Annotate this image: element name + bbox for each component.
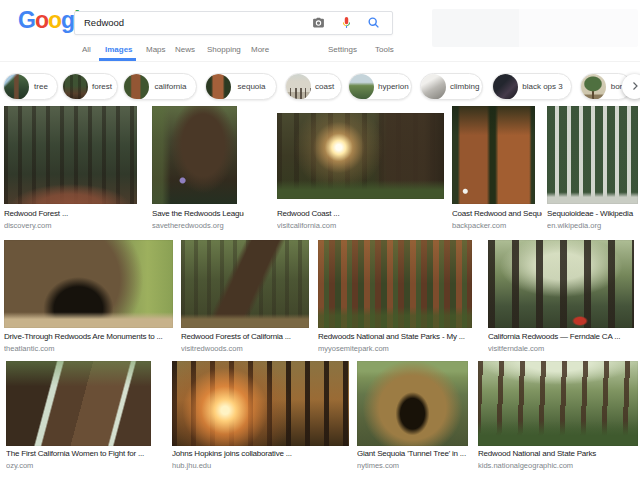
tab-news[interactable]: News: [175, 45, 195, 55]
result-source: visitferndale.com: [488, 344, 638, 353]
chip-thumbnail: [580, 74, 606, 100]
result-source: myyosemitepark.com: [318, 344, 478, 353]
tab-more[interactable]: More: [251, 45, 269, 55]
result-caption: Johns Hopkins joins collaborative ... hu…: [172, 449, 352, 470]
tab-shopping[interactable]: Shopping: [207, 45, 241, 55]
result-source: en.wikipedia.org: [547, 221, 640, 230]
result-source: visitcalifornia.com: [277, 221, 449, 230]
result-caption: Redwood Forests of California ... visitr…: [181, 332, 313, 353]
result-thumbnail[interactable]: [181, 240, 309, 328]
result-title[interactable]: Redwood Forest ...: [4, 209, 144, 219]
result-source: savetheredwoods.org: [152, 221, 244, 230]
chip-thumbnail: [123, 74, 149, 100]
result-caption: The First California Women to Fight for …: [6, 449, 156, 470]
result-source: nytimes.com: [357, 461, 475, 470]
mic-icon[interactable]: [340, 16, 353, 29]
tab-tools[interactable]: Tools: [375, 45, 394, 55]
result-thumbnail[interactable]: [6, 361, 151, 446]
result-source: theatlantic.com: [4, 344, 176, 353]
search-box[interactable]: [74, 11, 393, 35]
chip-thumbnail: [420, 74, 446, 100]
search-icon[interactable]: [367, 16, 380, 29]
related-chip-coast[interactable]: coast: [285, 73, 342, 100]
result-title[interactable]: Redwoods National and State Parks - My .…: [318, 332, 478, 342]
result-title[interactable]: Johns Hopkins joins collaborative ...: [172, 449, 352, 459]
camera-icon[interactable]: [312, 16, 325, 29]
result-source: ozy.com: [6, 461, 156, 470]
related-chip-forest[interactable]: forest: [62, 73, 118, 100]
result-title[interactable]: The First California Women to Fight for …: [6, 449, 156, 459]
chips-scroll-right-button[interactable]: [622, 74, 640, 99]
result-thumbnail[interactable]: [152, 106, 237, 204]
result-thumbnail[interactable]: [4, 240, 173, 328]
tab-images[interactable]: Images: [105, 45, 133, 55]
result-thumbnail[interactable]: [488, 240, 634, 328]
result-caption: Drive-Through Redwoods Are Monuments to …: [4, 332, 176, 353]
top-right-panel: [432, 9, 638, 47]
result-thumbnail[interactable]: [478, 361, 638, 446]
result-title[interactable]: California Redwoods — Ferndale CA ...: [488, 332, 638, 342]
chip-thumbnail: [3, 74, 29, 100]
result-thumbnail[interactable]: [172, 361, 349, 446]
result-caption: California Redwoods — Ferndale CA ... vi…: [488, 332, 638, 353]
search-input[interactable]: [75, 12, 312, 32]
google-images-results-page: Google All Images Maps News Shopping Mor…: [0, 0, 640, 479]
result-title[interactable]: Redwood Coast ...: [277, 209, 449, 219]
result-thumbnail[interactable]: [277, 113, 444, 199]
result-source: hub.jhu.edu: [172, 461, 352, 470]
result-source: visitredwoods.com: [181, 344, 313, 353]
result-thumbnail[interactable]: [4, 106, 137, 204]
result-thumbnail[interactable]: [357, 361, 468, 446]
related-chip-hyperion[interactable]: hyperion: [348, 73, 412, 100]
result-caption: Redwood Coast ... visitcalifornia.com: [277, 209, 449, 230]
result-source: discovery.com: [4, 221, 144, 230]
result-caption: Redwoods National and State Parks - My .…: [318, 332, 478, 353]
result-caption: Coast Redwood and Sequoi... backpacker.c…: [452, 209, 542, 230]
tab-all[interactable]: All: [82, 45, 91, 55]
chip-thumbnail: [492, 74, 518, 100]
result-title[interactable]: Drive-Through Redwoods Are Monuments to …: [4, 332, 176, 342]
result-thumbnail[interactable]: [547, 106, 638, 204]
result-caption: Redwood Forest ... discovery.com: [4, 209, 144, 230]
result-title[interactable]: Giant Sequoia 'Tunnel Tree' in ...: [357, 449, 475, 459]
result-thumbnail[interactable]: [452, 106, 535, 204]
related-chip-california[interactable]: california: [123, 73, 197, 100]
result-caption: Sequoioideae - Wikipedia en.wikipedia.or…: [547, 209, 640, 230]
result-source: kids.nationalgeographic.com: [478, 461, 640, 470]
tabs-divider: [0, 61, 640, 62]
result-title[interactable]: Save the Redwoods League: [152, 209, 244, 219]
tab-maps[interactable]: Maps: [146, 45, 166, 55]
chip-thumbnail: [348, 74, 374, 100]
result-caption: Redwood National and State Parks kids.na…: [478, 449, 640, 470]
result-title[interactable]: Redwood National and State Parks: [478, 449, 640, 459]
active-tab-underline: [99, 58, 136, 61]
result-thumbnail[interactable]: [318, 240, 472, 328]
chip-thumbnail: [285, 74, 311, 100]
result-title[interactable]: Coast Redwood and Sequoi...: [452, 209, 542, 219]
related-chip-sequoia[interactable]: sequoia: [205, 73, 277, 100]
related-chip-climbing[interactable]: climbing: [420, 73, 483, 100]
result-caption: Save the Redwoods League savetheredwoods…: [152, 209, 244, 230]
result-caption: Giant Sequoia 'Tunnel Tree' in ... nytim…: [357, 449, 475, 470]
result-source: backpacker.com: [452, 221, 542, 230]
related-chip-tree[interactable]: tree: [3, 73, 58, 100]
result-title[interactable]: Redwood Forests of California ...: [181, 332, 313, 342]
tab-settings[interactable]: Settings: [328, 45, 357, 55]
related-chip-black-ops-3[interactable]: black ops 3: [492, 73, 572, 100]
chip-thumbnail: [62, 74, 88, 100]
chip-thumbnail: [205, 74, 231, 100]
chevron-right-icon: [629, 78, 640, 96]
result-title[interactable]: Sequoioideae - Wikipedia: [547, 209, 640, 219]
